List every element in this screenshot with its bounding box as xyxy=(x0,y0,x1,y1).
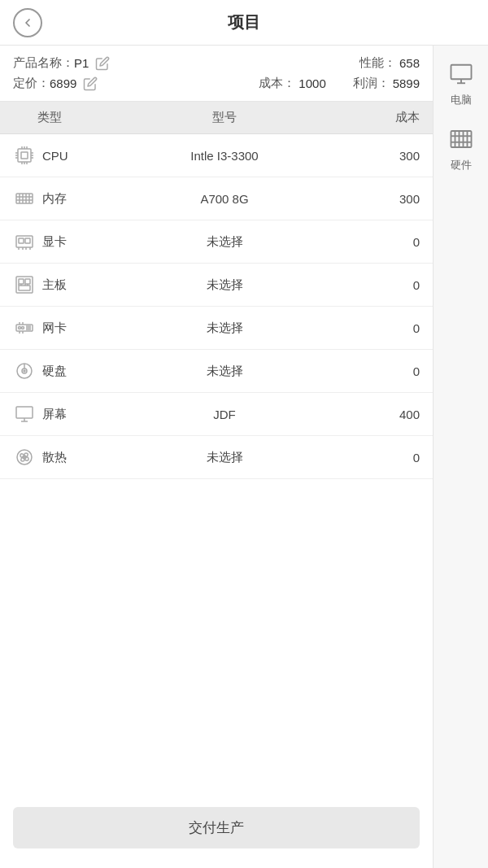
edit-price-icon[interactable] xyxy=(83,76,98,91)
back-button[interactable] xyxy=(13,8,42,37)
app-container: 项目 产品名称： P1 性能： 658 xyxy=(0,0,488,868)
fan-icon xyxy=(13,446,36,469)
hdd-icon xyxy=(13,360,36,382)
submit-area: 交付生产 xyxy=(0,794,433,868)
model-cell-network: 未选择 xyxy=(111,321,338,336)
type-label: 主板 xyxy=(42,277,67,293)
type-label: 硬盘 xyxy=(42,364,67,379)
svg-rect-31 xyxy=(19,286,30,290)
svg-rect-0 xyxy=(18,149,31,162)
cost-cell-motherboard: 0 xyxy=(338,278,420,292)
cost-cell-monitor: 400 xyxy=(338,408,420,421)
main-content: 产品名称： P1 性能： 658 定价： 6899 xyxy=(0,46,488,868)
sidebar-label-computer: 电脑 xyxy=(451,93,472,107)
type-label: 屏幕 xyxy=(42,407,67,422)
svg-rect-23 xyxy=(25,238,30,243)
computer-icon xyxy=(449,62,473,89)
monitor-icon xyxy=(13,403,36,425)
table-row[interactable]: 散热 未选择 0 xyxy=(0,436,433,479)
product-name-value: P1 xyxy=(74,56,89,70)
components-table: 类型 型号 成本 xyxy=(0,102,433,794)
type-cell-hdd: 硬盘 xyxy=(13,360,111,382)
table-row[interactable]: 网卡 未选择 0 xyxy=(0,307,433,350)
svg-rect-50 xyxy=(16,407,33,418)
table-row[interactable]: 内存 A700 8G 300 xyxy=(0,177,433,220)
model-cell-gpu: 未选择 xyxy=(111,234,338,250)
type-label: 内存 xyxy=(42,191,67,207)
model-cell-monitor: JDF xyxy=(111,408,338,421)
type-label: 散热 xyxy=(42,450,67,465)
model-cell-hdd: 未选择 xyxy=(111,364,338,379)
svg-point-48 xyxy=(24,370,25,372)
sidebar-item-hardware[interactable]: 硬件 xyxy=(434,120,488,179)
gpu-icon xyxy=(13,230,36,253)
col-model: 型号 xyxy=(111,110,338,125)
type-cell-fan: 散热 xyxy=(13,446,111,469)
svg-rect-29 xyxy=(19,279,24,284)
type-cell-gpu: 显卡 xyxy=(13,230,111,253)
submit-button[interactable]: 交付生产 xyxy=(13,807,420,848)
cost-label: 成本： xyxy=(259,76,295,91)
cost-cell-memory: 300 xyxy=(338,192,420,206)
cost-profit-section: 成本： 1000 利润： 5899 xyxy=(259,76,420,91)
model-cell-cpu: Intle I3-3300 xyxy=(111,149,338,163)
price-value: 6899 xyxy=(50,76,76,90)
model-cell-memory: A700 8G xyxy=(111,192,338,206)
cost-cell-network: 0 xyxy=(338,321,420,335)
svg-rect-22 xyxy=(19,238,24,243)
col-cost: 成本 xyxy=(338,110,420,125)
sidebar-label-hardware: 硬件 xyxy=(451,158,472,172)
table-row[interactable]: 硬盘 未选择 0 xyxy=(0,350,433,393)
model-cell-motherboard: 未选择 xyxy=(111,277,338,293)
sidebar-item-computer[interactable]: 电脑 xyxy=(434,55,488,114)
cost-cell-gpu: 0 xyxy=(338,235,420,249)
cost-value: 1000 xyxy=(298,76,325,90)
svg-rect-1 xyxy=(21,152,28,159)
memory-icon xyxy=(13,187,36,210)
page-title: 项目 xyxy=(228,11,260,33)
table-row[interactable]: 显卡 未选择 0 xyxy=(0,220,433,264)
type-label: CPU xyxy=(42,149,68,163)
performance-section: 性能： 658 xyxy=(359,55,420,71)
motherboard-icon xyxy=(13,273,36,296)
col-type: 类型 xyxy=(13,110,111,125)
table-row[interactable]: 屏幕 JDF 400 xyxy=(0,393,433,436)
type-cell-memory: 内存 xyxy=(13,187,111,210)
svg-point-37 xyxy=(19,327,21,329)
hardware-icon xyxy=(449,127,473,155)
cpu-icon xyxy=(13,144,36,167)
svg-rect-58 xyxy=(451,131,471,147)
network-icon xyxy=(13,316,36,339)
price-label: 定价： xyxy=(13,76,50,91)
product-name-label: 产品名称： xyxy=(13,55,74,71)
svg-point-38 xyxy=(22,327,24,329)
product-price-row: 定价： 6899 成本： 1000 利润： 5899 xyxy=(13,76,420,91)
cost-cell-cpu: 300 xyxy=(338,149,420,163)
type-cell-monitor: 屏幕 xyxy=(13,403,111,425)
table-row[interactable]: 主板 未选择 0 xyxy=(0,264,433,307)
type-label: 网卡 xyxy=(42,321,67,336)
product-name-row: 产品名称： P1 性能： 658 xyxy=(13,55,420,71)
type-cell-network: 网卡 xyxy=(13,316,111,339)
sidebar: 电脑 硬件 xyxy=(433,46,488,868)
type-cell-motherboard: 主板 xyxy=(13,273,111,296)
model-cell-fan: 未选择 xyxy=(111,450,338,465)
cost-cell-hdd: 0 xyxy=(338,364,420,378)
svg-rect-30 xyxy=(25,279,30,284)
svg-rect-55 xyxy=(451,65,471,80)
type-label: 显卡 xyxy=(42,234,67,250)
table-header: 类型 型号 成本 xyxy=(0,102,433,134)
profit-label: 利润： xyxy=(353,76,390,91)
performance-value: 658 xyxy=(399,56,420,70)
cost-cell-fan: 0 xyxy=(338,451,420,465)
edit-name-icon[interactable] xyxy=(95,56,110,71)
profit-value: 5899 xyxy=(393,76,420,90)
table-row[interactable]: CPU Intle I3-3300 300 xyxy=(0,134,433,177)
header: 项目 xyxy=(0,0,488,46)
product-info: 产品名称： P1 性能： 658 定价： 6899 xyxy=(0,46,433,102)
content-area: 产品名称： P1 性能： 658 定价： 6899 xyxy=(0,46,433,868)
performance-label: 性能： xyxy=(359,55,396,71)
type-cell-cpu: CPU xyxy=(13,144,111,167)
svg-rect-14 xyxy=(16,194,33,203)
